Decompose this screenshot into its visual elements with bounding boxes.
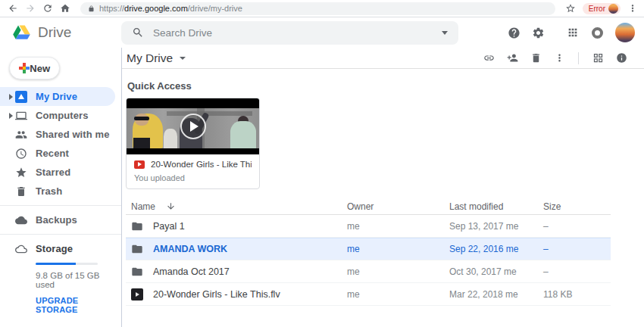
sidebar-item-my-drive[interactable]: My Drive bbox=[0, 87, 115, 106]
grid-view-icon[interactable] bbox=[589, 50, 607, 67]
quick-access-file-name: 20-Wonder Girls - Like This.flv bbox=[151, 160, 252, 169]
quick-access-title: Quick Access bbox=[127, 80, 644, 92]
table-row[interactable]: Amanda Oct 2017 me Oct 30, 2017 me – bbox=[126, 260, 611, 283]
column-header-size[interactable]: Size bbox=[543, 201, 611, 212]
content-area: New My Drive Computers Shared with me Re… bbox=[0, 48, 644, 327]
app-name: Drive bbox=[38, 24, 71, 41]
video-thumbnail bbox=[127, 98, 259, 154]
toolbar-divider bbox=[578, 52, 579, 64]
url-text: https://drive.google.com/drive/my-drive bbox=[99, 4, 242, 13]
sidebar-item-shared-with-me[interactable]: Shared with me bbox=[0, 125, 115, 144]
bookmark-star-icon[interactable] bbox=[565, 3, 576, 14]
drive-icon bbox=[15, 91, 27, 103]
cloud-filled-icon bbox=[15, 214, 27, 226]
folder-icon bbox=[131, 243, 143, 255]
notifications-icon[interactable] bbox=[585, 20, 609, 45]
file-name: 20-Wonder Girls - Like This.flv bbox=[153, 289, 280, 300]
column-header-modified[interactable]: Last modified bbox=[449, 201, 543, 212]
file-owner: me bbox=[347, 221, 449, 232]
file-modified: Mar 22, 2018 me bbox=[449, 289, 543, 300]
main-panel: My Drive Quick Access bbox=[122, 48, 644, 327]
breadcrumb[interactable]: My Drive bbox=[127, 51, 186, 65]
sidebar: New My Drive Computers Shared with me Re… bbox=[0, 48, 122, 327]
folder-icon bbox=[131, 220, 143, 232]
share-add-person-icon[interactable] bbox=[503, 50, 521, 67]
info-icon[interactable] bbox=[612, 50, 630, 67]
upgrade-storage-link[interactable]: UPGRADE STORAGE bbox=[36, 296, 109, 314]
plus-icon bbox=[19, 63, 23, 73]
file-size: – bbox=[543, 266, 611, 277]
search-placeholder: Search Drive bbox=[153, 27, 433, 39]
sidebar-divider bbox=[0, 205, 121, 206]
computer-icon bbox=[15, 110, 27, 122]
quick-access-card[interactable]: 20-Wonder Girls - Like This.flv You uplo… bbox=[126, 98, 260, 189]
sort-arrow-down-icon bbox=[166, 201, 176, 211]
browser-menu-icon[interactable] bbox=[627, 3, 638, 14]
lock-icon bbox=[88, 5, 95, 12]
get-link-icon[interactable] bbox=[480, 50, 498, 67]
search-input[interactable]: Search Drive bbox=[121, 21, 458, 45]
table-row[interactable]: Payal 1 me Sep 13, 2017 me – bbox=[126, 215, 611, 238]
new-button-label: New bbox=[30, 63, 50, 74]
storage-progress-fill bbox=[36, 263, 76, 265]
search-icon bbox=[132, 26, 144, 39]
clock-icon bbox=[15, 148, 27, 160]
sidebar-item-starred[interactable]: Starred bbox=[0, 163, 115, 182]
trash-icon bbox=[15, 185, 27, 198]
play-button-icon[interactable] bbox=[180, 114, 206, 139]
storage-usage-text: 9.8 GB of 15 GB used bbox=[36, 271, 109, 289]
storage-section: 9.8 GB of 15 GB used UPGRADE STORAGE bbox=[0, 263, 121, 314]
extension-error-badge[interactable]: Error bbox=[583, 3, 621, 14]
file-owner: me bbox=[347, 244, 449, 254]
reload-icon[interactable] bbox=[42, 3, 53, 14]
expand-arrow-icon[interactable] bbox=[6, 94, 15, 100]
sidebar-item-trash[interactable]: Trash bbox=[0, 182, 115, 201]
account-avatar[interactable] bbox=[615, 23, 635, 42]
quick-access-card-footer: 20-Wonder Girls - Like This.flv You uplo… bbox=[127, 154, 259, 188]
folder-icon bbox=[131, 266, 143, 278]
address-bar[interactable]: https://drive.google.com/drive/my-drive bbox=[80, 2, 555, 15]
sidebar-item-recent[interactable]: Recent bbox=[0, 144, 115, 163]
file-name: Amanda Oct 2017 bbox=[153, 266, 230, 277]
remove-trash-icon[interactable] bbox=[527, 50, 545, 67]
browser-toolbar: https://drive.google.com/drive/my-drive … bbox=[0, 0, 644, 17]
column-header-name[interactable]: Name bbox=[126, 201, 347, 212]
settings-gear-icon[interactable] bbox=[526, 20, 550, 45]
quick-access-subtitle: You uploaded bbox=[134, 173, 252, 182]
table-row-selected[interactable]: AMANDA WORK me Sep 22, 2016 me – bbox=[126, 238, 611, 260]
star-icon bbox=[15, 167, 27, 179]
back-icon[interactable] bbox=[8, 3, 18, 14]
search-options-caret-icon[interactable] bbox=[442, 31, 448, 35]
table-row[interactable]: 20-Wonder Girls - Like This.flv me Mar 2… bbox=[126, 283, 611, 306]
new-button[interactable]: New bbox=[9, 57, 60, 79]
column-header-owner[interactable]: Owner bbox=[347, 201, 449, 212]
sidebar-item-storage[interactable]: Storage bbox=[0, 239, 115, 258]
help-icon[interactable] bbox=[502, 20, 526, 45]
file-size: 118 KB bbox=[543, 289, 611, 300]
cloud-outline-icon bbox=[15, 243, 27, 255]
file-modified: Sep 22, 2016 me bbox=[449, 244, 543, 254]
more-actions-icon[interactable] bbox=[550, 50, 568, 67]
file-modified: Sep 13, 2017 me bbox=[449, 221, 543, 232]
storage-progress-bar bbox=[36, 263, 98, 265]
sidebar-item-computers[interactable]: Computers bbox=[0, 106, 115, 125]
expand-arrow-icon[interactable] bbox=[6, 113, 15, 119]
file-name: AMANDA WORK bbox=[153, 244, 227, 254]
people-icon bbox=[15, 129, 27, 141]
sidebar-item-backups[interactable]: Backups bbox=[0, 210, 115, 229]
home-icon[interactable] bbox=[60, 3, 70, 14]
page-title: My Drive bbox=[127, 51, 173, 65]
file-modified: Oct 30, 2017 me bbox=[449, 266, 543, 277]
files-area: Quick Access 20-Wonder Girls - bbox=[122, 69, 644, 327]
chevron-down-icon bbox=[180, 57, 186, 60]
forward-icon[interactable] bbox=[25, 3, 36, 14]
file-owner: me bbox=[347, 289, 449, 300]
table-header: Name Owner Last modified Size bbox=[126, 198, 611, 215]
apps-grid-icon[interactable] bbox=[561, 20, 585, 45]
file-table: Name Owner Last modified Size Payal 1 me… bbox=[126, 198, 611, 306]
video-file-thumb-icon bbox=[131, 288, 143, 301]
main-toolbar: My Drive bbox=[122, 48, 644, 69]
file-owner: me bbox=[347, 266, 449, 277]
selection-actions bbox=[480, 50, 630, 67]
drive-logo[interactable]: Drive bbox=[0, 24, 121, 42]
